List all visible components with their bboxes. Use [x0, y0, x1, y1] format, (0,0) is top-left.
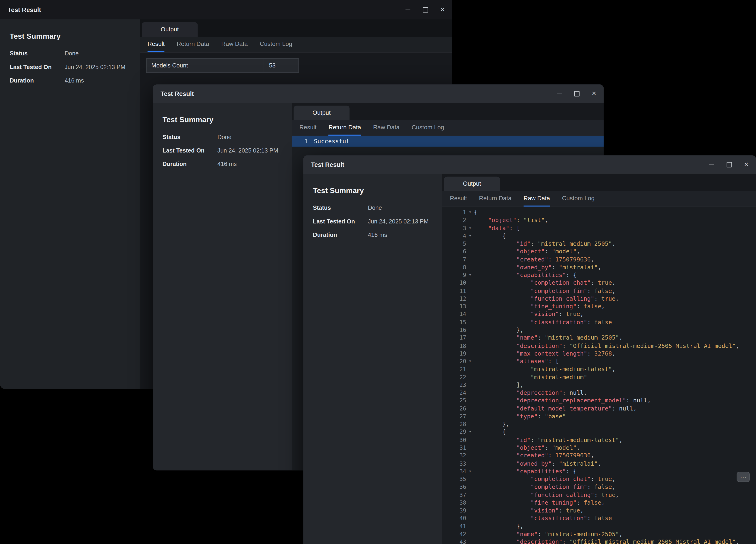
output-panel: Output Result Return Data Raw Data Custo… [442, 174, 756, 544]
minimize-button[interactable] [706, 159, 717, 170]
tab-custom-log[interactable]: Custom Log [260, 37, 292, 52]
tab-custom-log[interactable]: Custom Log [412, 120, 444, 136]
fold-toggle-icon[interactable]: ▾ [466, 358, 474, 366]
tab-raw-data[interactable]: Raw Data [373, 120, 400, 136]
fold-spacer [466, 389, 474, 397]
code-line: 30 "id": "mistral-medium-latest", [442, 436, 756, 444]
fold-spacer [466, 350, 474, 358]
fold-spacer [466, 381, 474, 389]
tab-result[interactable]: Result [148, 37, 165, 52]
code-line: 10 "completion_chat": true, [442, 279, 756, 287]
maximize-icon [574, 91, 579, 96]
maximize-button[interactable] [419, 4, 431, 16]
tab-return-data[interactable]: Return Data [328, 120, 361, 136]
summary-row-status: Status Done [313, 205, 442, 212]
tab-result[interactable]: Result [299, 120, 317, 136]
raw-data-code[interactable]: 1▾{2 "object": "list",3▾ "data": [4▾ {5 … [442, 207, 756, 544]
output-subtabs: Result Return Data Raw Data Custom Log [140, 37, 452, 53]
tab-custom-log[interactable]: Custom Log [562, 191, 595, 206]
minimize-icon [709, 164, 714, 165]
close-button[interactable]: × [437, 4, 448, 16]
summary-label: Last Tested On [10, 64, 65, 71]
summary-row-duration: Duration 416 ms [10, 77, 140, 84]
summary-value: Done [65, 50, 79, 57]
code-line: 38 "fine_tuning": false, [442, 499, 756, 507]
code-line: 1▾{ [442, 208, 756, 216]
close-button[interactable]: × [740, 159, 752, 170]
code-line: 16 }, [442, 326, 756, 334]
code-line: 31 "object": "model", [442, 444, 756, 452]
code-line: 3▾ "data": [ [442, 224, 756, 232]
code-line: 36 "completion_fim": false, [442, 483, 756, 491]
close-button[interactable]: × [588, 88, 600, 99]
maximize-button[interactable] [723, 159, 735, 170]
fold-spacer [466, 279, 474, 287]
tab-raw-data[interactable]: Raw Data [523, 191, 550, 206]
fold-spacer [466, 342, 474, 350]
summary-label: Status [10, 50, 65, 57]
output-tab[interactable]: Output [142, 22, 198, 37]
fold-spacer [466, 248, 474, 256]
fold-spacer [466, 326, 474, 334]
summary-row-last-tested: Last Tested On Jun 24, 2025 02:13 PM [313, 218, 442, 225]
code-line: 22 "mistral-medium" [442, 373, 756, 381]
maximize-icon [726, 162, 732, 167]
output-tab[interactable]: Output [294, 106, 350, 120]
code-line: 33 "owned_by": "mistralai", [442, 460, 756, 468]
fold-spacer [466, 240, 474, 248]
titlebar[interactable]: Test Result × [303, 155, 756, 174]
window-controls: × [554, 88, 600, 99]
summary-value: Done [217, 134, 232, 141]
code-line: 24 "deprecation": null, [442, 389, 756, 397]
test-summary-heading: Test Summary [313, 186, 442, 195]
output-subtabs: Result Return Data Raw Data Custom Log [442, 191, 756, 207]
code-line: 23 ], [442, 381, 756, 389]
fold-toggle-icon[interactable]: ▾ [466, 428, 474, 436]
fold-toggle-icon[interactable]: ▾ [466, 271, 474, 279]
fold-toggle-icon[interactable]: ▾ [466, 208, 474, 216]
return-data-line[interactable]: 1 Successful [292, 136, 604, 147]
fold-toggle-icon[interactable]: ▾ [466, 468, 474, 475]
fold-toggle-icon[interactable]: ▾ [466, 224, 474, 232]
test-summary-panel: Test Summary Status Done Last Tested On … [153, 103, 292, 470]
maximize-button[interactable] [571, 88, 583, 99]
fold-spacer [466, 452, 474, 460]
more-options-button[interactable]: ⋯ [737, 472, 750, 482]
fold-spacer [466, 365, 474, 373]
summary-value: Jun 24, 2025 02:13 PM [217, 147, 278, 154]
output-tab[interactable]: Output [444, 177, 500, 191]
test-summary-heading: Test Summary [10, 32, 140, 40]
output-tab-strip: Output [442, 174, 756, 191]
summary-label: Duration [313, 231, 368, 239]
fold-spacer [466, 216, 474, 224]
fold-spacer [466, 397, 474, 405]
tab-return-data[interactable]: Return Data [177, 37, 209, 52]
tab-result[interactable]: Result [450, 191, 467, 206]
titlebar[interactable]: Test Result × [0, 0, 452, 19]
maximize-icon [423, 7, 428, 12]
fold-spacer [466, 287, 474, 295]
window-title: Test Result [161, 90, 194, 97]
tab-raw-data[interactable]: Raw Data [221, 37, 248, 52]
summary-value: 416 ms [65, 77, 84, 84]
titlebar[interactable]: Test Result × [153, 84, 604, 103]
table-row[interactable]: Models Count 53 [146, 58, 299, 73]
summary-value: 416 ms [368, 231, 387, 239]
desktop: Test Result × Test Summary Status Done L… [0, 0, 756, 544]
tab-return-data[interactable]: Return Data [479, 191, 511, 206]
summary-row-last-tested: Last Tested On Jun 24, 2025 02:13 PM [10, 64, 140, 71]
code-line: 13 "fine_tuning": false, [442, 303, 756, 311]
summary-row-duration: Duration 416 ms [313, 231, 442, 239]
fold-toggle-icon[interactable]: ▾ [466, 232, 474, 240]
fold-spacer [466, 515, 474, 522]
code-line: 26 "default_model_temperature": null, [442, 405, 756, 413]
minimize-button[interactable] [402, 4, 414, 16]
code-line: 19 "max_context_length": 32768, [442, 350, 756, 358]
fold-spacer [466, 303, 474, 311]
code-line: 27 "type": "base" [442, 413, 756, 421]
raw-data-content[interactable]: 1▾{2 "object": "list",3▾ "data": [4▾ {5 … [442, 207, 756, 544]
code-line: 25 "deprecation_replacement_model": null… [442, 397, 756, 405]
minimize-button[interactable] [554, 88, 565, 99]
test-summary-heading: Test Summary [162, 115, 292, 124]
code-line: 18 "description": "Official mistral-medi… [442, 342, 756, 350]
